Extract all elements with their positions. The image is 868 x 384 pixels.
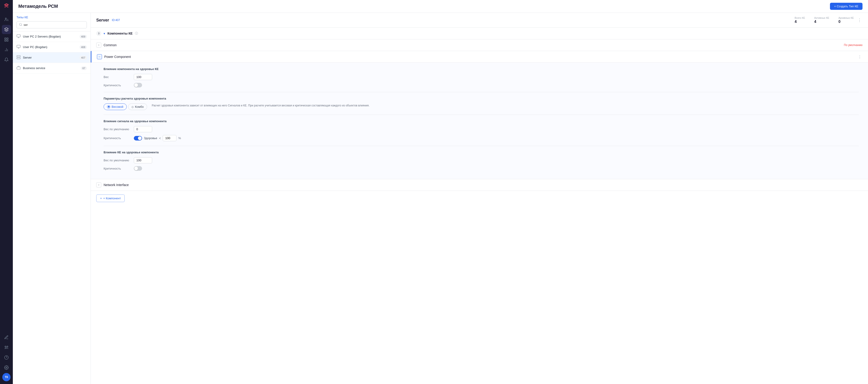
ke-criticality-toggle[interactable] [134, 166, 142, 171]
add-component-label: + Компонент [103, 197, 121, 200]
common-expand-button[interactable] [96, 42, 101, 47]
svg-rect-1 [5, 38, 6, 39]
signal-criticality-toggle[interactable] [134, 136, 142, 141]
bar-chart-icon[interactable] [2, 45, 11, 54]
svg-point-7 [5, 356, 8, 359]
help-icon[interactable] [2, 353, 11, 362]
types-label[interactable]: Типы КЕ [17, 15, 87, 19]
power-component-header[interactable]: Power Component ⋮ [91, 51, 868, 63]
threshold-label: Здоровье [144, 136, 157, 140]
group-icon[interactable] [2, 343, 11, 352]
topbar: Метамодель РСМ + Создать Тип КЕ [13, 0, 868, 13]
svg-point-6 [5, 346, 6, 347]
server-icon [17, 55, 21, 60]
svg-rect-14 [17, 58, 21, 59]
header-more-button[interactable]: ⋮ [857, 18, 863, 23]
percent-label: % [178, 136, 181, 140]
plus-icon: + [100, 197, 102, 200]
item-label: Server [23, 56, 77, 59]
divider [103, 92, 859, 92]
list-items: User PC 2 Servers (Bogdan) 409 User PC (… [13, 31, 91, 384]
users-icon[interactable] [2, 15, 11, 24]
svg-rect-17 [17, 67, 21, 69]
stat-total: Всего КЕ 4 [795, 16, 805, 24]
section-header: 3 ▾ Компоненты КЕ ⓘ [91, 28, 868, 39]
network-interface-name: Network Interface [103, 183, 863, 187]
list-item[interactable]: User PC 2 Servers (Bogdan) 409 [13, 31, 91, 42]
calc-params-title: Параметры расчета здоровья компонента [103, 97, 859, 100]
content-area: Типы КЕ User PC 2 Servers (Bogdan) [13, 13, 868, 384]
power-component-content: Влияние компонента на здоровье КЕ Вес Кр… [91, 63, 868, 179]
combo-radio-label: Комбо [135, 105, 144, 108]
add-component-button[interactable]: + + Компонент [96, 195, 125, 202]
combo-radio-option[interactable]: ◇ Комбо [128, 103, 147, 110]
list-item[interactable]: Server 407 [13, 53, 91, 63]
power-component-name: Power Component [104, 55, 855, 59]
grid-icon[interactable] [2, 35, 11, 44]
power-expand-button[interactable] [97, 54, 102, 59]
search-input[interactable] [24, 23, 84, 27]
svg-rect-3 [5, 40, 6, 41]
criticality-toggle[interactable] [134, 83, 142, 88]
signal-weight-label: Вес по умолчанию [103, 128, 131, 131]
network-interface-header[interactable]: Network Interface [91, 179, 868, 190]
main-content: Метамодель РСМ + Создать Тип КЕ Типы КЕ [13, 0, 868, 384]
network-interface-row: Network Interface [91, 179, 868, 191]
svg-rect-4 [7, 40, 8, 41]
threshold-input[interactable] [163, 135, 177, 141]
signal-weight-input[interactable] [134, 126, 152, 132]
signal-weight-field-row: Вес по умолчанию [103, 126, 859, 132]
settings-icon[interactable] [2, 363, 11, 372]
stat-total-value: 4 [795, 20, 805, 24]
list-item[interactable]: User PC (Bogdan) 408 [13, 42, 91, 53]
svg-point-5 [7, 346, 8, 347]
criticality-field-row: Критичность [103, 83, 859, 88]
ke-weight-input[interactable] [134, 157, 152, 164]
briefcase-icon [17, 66, 21, 70]
pen-icon[interactable] [2, 333, 11, 342]
stat-archive: Архивных КЕ 0 [838, 16, 854, 24]
avatar[interactable]: ТК [2, 373, 10, 381]
item-label: User PC 2 Servers (Bogdan) [23, 35, 77, 38]
right-panel: Server ID:407 Всего КЕ 4 Активных КЕ 4 А… [91, 13, 868, 384]
search-box [17, 21, 87, 28]
ke-weight-field-row: Вес по умолчанию [103, 157, 859, 164]
signal-influence-title: Влияние сигнала на здоровье компонента [103, 119, 859, 123]
svg-point-10 [20, 23, 22, 25]
weight-input[interactable] [134, 74, 152, 80]
weight-field-row: Вес [103, 74, 859, 80]
stat-active: Активных КЕ 4 [814, 16, 829, 24]
ke-criticality-field-row: Критичность [103, 166, 859, 171]
list-item[interactable]: Business service 67 [13, 63, 91, 73]
calc-description: Расчет здоровья компонента зависит от вл… [152, 103, 859, 108]
server-title: Server [96, 18, 109, 23]
ke-influence-title: Влияние КЕ на здоровье компонента [103, 150, 859, 154]
help-icon[interactable]: ⓘ [135, 31, 138, 35]
weight-radio-option[interactable]: Весовой [103, 103, 127, 110]
common-component-name: Common [103, 43, 842, 47]
criticality-label: Критичность [103, 83, 131, 87]
server-stats: Всего КЕ 4 Активных КЕ 4 Архивных КЕ 0 [795, 16, 854, 24]
bell-icon[interactable] [2, 55, 11, 64]
monitor-icon [17, 34, 21, 39]
create-type-button[interactable]: + Создать Тип КЕ [830, 3, 863, 10]
stat-archive-label: Архивных КЕ [838, 16, 854, 19]
left-panel-header: Типы КЕ [13, 13, 91, 31]
server-id: ID:407 [112, 19, 120, 22]
stat-active-value: 4 [814, 20, 829, 24]
svg-point-0 [5, 18, 6, 19]
power-component-row: Power Component ⋮ Влияние компонента на … [91, 51, 868, 179]
item-badge: 408 [80, 45, 87, 49]
default-label: По умолчанию [844, 43, 863, 47]
signal-criticality-label: Критичность [103, 136, 131, 140]
layers-icon[interactable] [2, 25, 11, 34]
ke-criticality-label: Критичность [103, 167, 131, 170]
svg-rect-11 [17, 35, 21, 37]
common-component-header[interactable]: Common По умолчанию [91, 39, 868, 51]
stat-total-label: Всего КЕ [795, 16, 805, 19]
page-title: Метамодель РСМ [18, 4, 58, 9]
network-expand-button[interactable] [96, 182, 101, 187]
weight-radio-circle [107, 105, 110, 108]
collapse-all-icon[interactable]: ▾ [103, 32, 105, 35]
power-more-button[interactable]: ⋮ [857, 55, 863, 59]
